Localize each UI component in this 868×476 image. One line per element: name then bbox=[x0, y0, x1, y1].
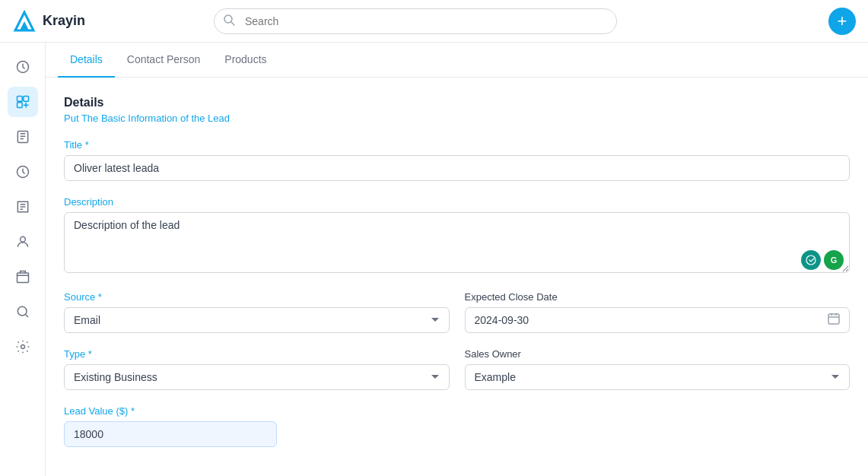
section-subtitle: Put The Basic Information of the Lead bbox=[64, 113, 850, 124]
title-input[interactable] bbox=[64, 155, 850, 181]
title-label: Title * bbox=[64, 139, 850, 151]
search-bar bbox=[214, 8, 617, 34]
logo[interactable]: Krayin bbox=[12, 9, 103, 33]
sidebar-item-clock[interactable] bbox=[8, 157, 38, 187]
date-input-wrap bbox=[465, 307, 851, 333]
title-group: Title * bbox=[64, 139, 850, 181]
topbar: Krayin + bbox=[0, 0, 868, 43]
grammarly-icon[interactable] bbox=[801, 250, 821, 270]
sidebar-item-packages[interactable] bbox=[8, 262, 38, 292]
sidebar-item-integrations[interactable] bbox=[8, 87, 38, 117]
sales-owner-group: Sales Owner Example Admin bbox=[465, 348, 851, 390]
lead-value-label: Lead Value ($) * bbox=[64, 405, 850, 417]
source-group: Source * Email Phone Web Other bbox=[64, 291, 450, 333]
textarea-icons: G bbox=[801, 250, 844, 270]
sales-owner-label: Sales Owner bbox=[465, 348, 851, 360]
tabs: Details Contact Person Products bbox=[46, 43, 868, 78]
source-select[interactable]: Email Phone Web Other bbox=[64, 307, 450, 333]
svg-point-10 bbox=[20, 236, 25, 242]
form-section: Details Put The Basic Information of the… bbox=[46, 78, 868, 476]
svg-rect-6 bbox=[23, 97, 28, 102]
svg-rect-11 bbox=[17, 273, 28, 283]
date-input[interactable] bbox=[465, 307, 851, 333]
svg-rect-8 bbox=[17, 132, 27, 143]
add-button[interactable]: + bbox=[828, 8, 856, 35]
tab-products[interactable]: Products bbox=[212, 43, 278, 78]
type-owner-row: Type * Existing Business New Business Sa… bbox=[64, 348, 850, 405]
type-col: Type * Existing Business New Business bbox=[64, 348, 450, 405]
sidebar-item-activity[interactable] bbox=[8, 52, 38, 82]
date-col: Expected Close Date bbox=[465, 291, 851, 348]
svg-line-3 bbox=[231, 22, 234, 25]
sidebar-item-notes[interactable] bbox=[8, 192, 38, 222]
tab-contact-person[interactable]: Contact Person bbox=[115, 43, 213, 78]
source-col: Source * Email Phone Web Other bbox=[64, 291, 450, 348]
description-wrap: Description of the lead G bbox=[64, 212, 850, 276]
sidebar-item-tasks[interactable] bbox=[8, 122, 38, 152]
type-label: Type * bbox=[64, 348, 450, 360]
source-date-row: Source * Email Phone Web Other Expected … bbox=[64, 291, 850, 348]
svg-rect-5 bbox=[17, 97, 22, 102]
type-select[interactable]: Existing Business New Business bbox=[64, 364, 450, 390]
main-wrap: Details Contact Person Products Details … bbox=[0, 43, 868, 476]
lead-value-input[interactable] bbox=[64, 421, 277, 447]
search-input[interactable] bbox=[214, 8, 617, 34]
description-textarea[interactable]: Description of the lead bbox=[64, 212, 850, 273]
logo-text: Krayin bbox=[43, 13, 85, 29]
sidebar-item-settings[interactable] bbox=[8, 332, 38, 362]
sidebar-item-monitor[interactable] bbox=[8, 297, 38, 327]
description-group: Description Description of the lead G bbox=[64, 196, 850, 276]
search-icon bbox=[223, 14, 235, 29]
section-title: Details bbox=[64, 96, 850, 109]
svg-point-13 bbox=[21, 345, 24, 349]
svg-rect-7 bbox=[17, 103, 22, 108]
date-group: Expected Close Date bbox=[465, 291, 851, 333]
lead-value-group: Lead Value ($) * bbox=[64, 405, 850, 447]
svg-marker-1 bbox=[20, 21, 29, 30]
calendar-icon[interactable] bbox=[827, 312, 841, 328]
svg-rect-15 bbox=[828, 314, 839, 324]
sidebar-item-contacts[interactable] bbox=[8, 227, 38, 257]
krayin-logo-icon bbox=[12, 9, 37, 33]
tab-details[interactable]: Details bbox=[58, 43, 115, 78]
main-content: Details Contact Person Products Details … bbox=[46, 43, 868, 476]
type-group: Type * Existing Business New Business bbox=[64, 348, 450, 390]
source-label: Source * bbox=[64, 291, 450, 303]
date-label: Expected Close Date bbox=[465, 291, 851, 303]
left-sidebar bbox=[0, 43, 46, 476]
sales-owner-select[interactable]: Example Admin bbox=[465, 364, 851, 390]
description-label: Description bbox=[64, 196, 850, 208]
sales-owner-col: Sales Owner Example Admin bbox=[465, 348, 851, 405]
svg-point-12 bbox=[17, 306, 27, 316]
svg-point-14 bbox=[806, 255, 816, 265]
grammar-check-icon[interactable]: G bbox=[824, 250, 844, 270]
